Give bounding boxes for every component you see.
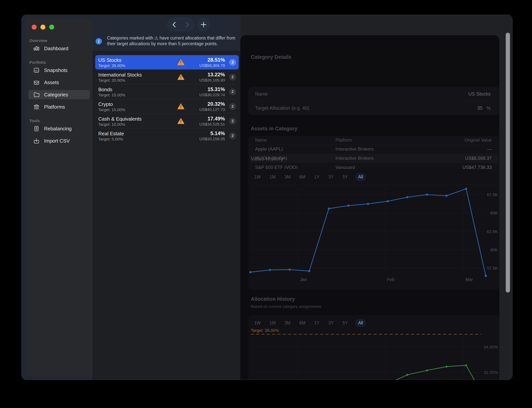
range-button-3m[interactable]: 3M	[283, 173, 292, 181]
close-button[interactable]	[32, 25, 37, 30]
sidebar-section: OverviewDashboard	[26, 38, 93, 53]
chevron-right-icon	[185, 21, 190, 28]
category-target: Target: 5.00%	[98, 137, 177, 142]
category-name: US Stocks	[98, 57, 177, 63]
sidebar: OverviewDashboardPortfolioSnapshotsAsset…	[26, 18, 93, 377]
category-text: BondsTarget: 15.00%	[98, 86, 177, 98]
column-header-name: Name	[255, 136, 267, 144]
range-button-1y[interactable]: 1Y	[312, 173, 321, 181]
column-header-original-value: Original Value	[464, 136, 492, 144]
sidebar-item-snapshots[interactable]: Snapshots	[28, 66, 90, 75]
sidebar-item-assets[interactable]: Assets	[28, 78, 90, 87]
range-button-5y[interactable]: 5Y	[341, 173, 349, 181]
scrollbar-thumb[interactable]	[506, 33, 510, 293]
range-button-6m[interactable]: 6M	[298, 173, 307, 181]
warning-slot	[177, 59, 185, 66]
bar-chart-icon	[33, 45, 40, 52]
sidebar-item-label: Platforms	[44, 104, 65, 110]
range-button-3y[interactable]: 3Y	[327, 319, 335, 327]
category-text: Real EstateTarget: 5.00%	[98, 130, 177, 142]
category-row-real-estate[interactable]: Real EstateTarget: 5.00%5.14%US$10,159.0…	[95, 128, 239, 143]
sidebar-section-label: Portfolio	[29, 60, 93, 66]
allocation-history-panel: 1W1M3M6M1Y3Y5YAll 34.00%32.00%Target: 35…	[248, 315, 499, 380]
sidebar-section: ToolsRebalancingImport CSV	[26, 119, 93, 145]
sidebar-item-categories[interactable]: Categories	[28, 90, 90, 99]
traffic-lights	[32, 25, 54, 30]
sidebar-item-import-csv[interactable]: Import CSV	[28, 136, 90, 145]
category-list-column: i Categories marked with ⚠ have current …	[93, 15, 240, 380]
category-text: International StocksTarget: 20.00%	[98, 71, 177, 83]
asset-count-badge: 2	[229, 103, 236, 110]
import-icon	[33, 137, 40, 144]
category-percent: 13.22%	[189, 72, 225, 78]
category-row-crypto[interactable]: CryptoTarget: 15.00%20.32%US$40,127.732	[95, 99, 239, 114]
warning-icon	[177, 73, 185, 81]
target-allocation-label: Target Allocation (e.g. 40)	[255, 105, 309, 111]
section-title-category-details: Category Details	[251, 54, 291, 60]
asset-row-1[interactable]: Apple (AAPL)Interactive Brokers—	[250, 144, 498, 154]
name-field-row[interactable]: Name US Stocks	[255, 87, 490, 101]
nav-buttons	[167, 18, 194, 31]
asset-count-badge: 2	[229, 118, 236, 125]
sidebar-item-rebalancing[interactable]: Rebalancing	[28, 124, 90, 133]
category-row-cash-equivalents[interactable]: Cash & EquivalentsTarget: 10.00%17.49%US…	[95, 114, 239, 128]
category-percent: 5.14%	[189, 130, 225, 136]
svg-text:Mar: Mar	[465, 277, 473, 282]
category-target: Target: 15.00%	[98, 93, 177, 98]
category-numbers: 20.32%US$40,127.73	[189, 101, 225, 112]
allocation-history-range-selector: 1W1M3M6M1Y3Y5YAll	[253, 318, 366, 328]
back-button[interactable]	[169, 19, 179, 30]
asset-platform: Interactive Brokers	[336, 154, 374, 163]
category-text: US StocksTarget: 35.00%	[98, 57, 177, 68]
svg-text:34.00%: 34.00%	[483, 345, 498, 349]
asset-count-badge: 2	[229, 88, 236, 95]
zoom-button[interactable]	[49, 25, 54, 30]
target-allocation-value[interactable]: 35%	[477, 105, 490, 111]
chevron-left-icon	[171, 21, 177, 28]
warning-slot	[177, 103, 185, 110]
range-button-1w[interactable]: 1W	[253, 173, 262, 181]
category-value: US$34,529.51	[189, 122, 225, 127]
category-target: Target: 15.00%	[98, 107, 177, 112]
svg-text:62.5K: 62.5K	[487, 229, 498, 234]
category-value: US$30,229.74	[189, 92, 225, 97]
asset-row-2[interactable]: NVIDIA (NVDA)Interactive BrokersUS$8,568…	[250, 154, 498, 163]
category-text: CryptoTarget: 15.00%	[98, 101, 177, 112]
range-button-all[interactable]: All	[355, 319, 366, 327]
category-numbers: 17.49%US$34,529.51	[189, 116, 225, 127]
range-button-5y[interactable]: 5Y	[341, 319, 349, 327]
asset-original-value: —	[487, 144, 492, 154]
range-button-3m[interactable]: 3M	[283, 319, 292, 327]
category-row-bonds[interactable]: BondsTarget: 15.00%15.31%US$30,229.742	[95, 84, 239, 99]
category-fields-panel: Name US Stocks Target Allocation (e.g. 4…	[248, 87, 499, 115]
add-category-button[interactable]	[197, 18, 210, 31]
range-button-6m[interactable]: 6M	[298, 319, 307, 327]
sidebar-item-platforms[interactable]: Platforms	[28, 102, 90, 111]
sidebar-item-dashboard[interactable]: Dashboard	[28, 44, 90, 53]
range-button-1y[interactable]: 1Y	[312, 319, 321, 327]
category-row-international-stocks[interactable]: International StocksTarget: 20.00%13.22%…	[95, 70, 239, 84]
category-percent: 20.32%	[189, 101, 225, 107]
category-value: US$26,105.83	[189, 78, 225, 83]
category-row-us-stocks[interactable]: US StocksTarget: 35.00%28.51%US$56,304.7…	[95, 55, 239, 70]
forward-button[interactable]	[183, 19, 192, 30]
range-button-1m[interactable]: 1M	[268, 319, 277, 327]
category-percent: 15.31%	[189, 86, 225, 92]
info-banner: i Categories marked with ⚠ have current …	[96, 35, 238, 47]
range-button-1m[interactable]: 1M	[268, 173, 277, 181]
sidebar-item-label: Assets	[44, 80, 59, 85]
name-value[interactable]: US Stocks	[468, 91, 490, 97]
sidebar-item-label: Rebalancing	[44, 126, 72, 132]
range-button-3y[interactable]: 3Y	[327, 173, 335, 181]
minimize-button[interactable]	[41, 25, 45, 30]
target-allocation-field-row[interactable]: Target Allocation (e.g. 40) 35%	[255, 101, 490, 115]
column-divider	[418, 138, 418, 143]
sidebar-item-label: Dashboard	[44, 46, 68, 51]
allocation-history-chart: 34.00%32.00%Target: 35.00%	[248, 327, 499, 380]
svg-text:57.5K: 57.5K	[487, 266, 498, 271]
target-allocation-number[interactable]: 35	[477, 105, 482, 111]
range-button-1w[interactable]: 1W	[253, 319, 262, 327]
asset-platform: Interactive Brokers	[336, 144, 374, 154]
range-button-all[interactable]: All	[355, 173, 366, 181]
category-name: Real Estate	[98, 130, 177, 137]
